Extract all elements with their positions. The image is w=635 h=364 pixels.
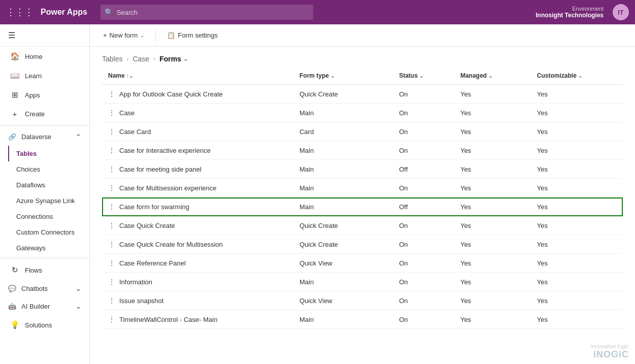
chatbots-icon: 💬 bbox=[8, 285, 16, 292]
managed-sort-icon: ⌄ bbox=[488, 73, 492, 79]
new-form-chevron-icon[interactable]: ⌄ bbox=[140, 32, 144, 38]
row-context-menu-icon[interactable]: ⋮ bbox=[108, 259, 115, 267]
new-form-label: New form bbox=[110, 31, 138, 39]
breadcrumb-tables[interactable]: Tables bbox=[102, 55, 122, 63]
cell-managed: Yes bbox=[454, 291, 531, 310]
sidebar-item-gateways[interactable]: Gateways bbox=[8, 240, 89, 256]
cell-form-type: Quick Create bbox=[293, 216, 393, 235]
forms-chevron-icon[interactable]: ⌄ bbox=[183, 56, 188, 62]
cell-form-type: Main bbox=[293, 197, 393, 216]
sidebar-item-connections[interactable]: Connections bbox=[8, 209, 89, 224]
cell-customizable: Yes bbox=[531, 254, 623, 273]
ai-builder-icon: 🤖 bbox=[8, 303, 16, 310]
sidebar-item-solutions[interactable]: 💡 Solutions bbox=[0, 315, 89, 335]
search-input[interactable] bbox=[101, 5, 313, 20]
cell-customizable: Yes bbox=[531, 104, 623, 122]
form-settings-button[interactable]: 📋 Form settings bbox=[162, 29, 223, 42]
new-form-button[interactable]: + New form ⌄ bbox=[98, 29, 149, 42]
dataverse-icon: 🔗 bbox=[8, 133, 16, 141]
sidebar-item-choices[interactable]: Choices bbox=[8, 161, 89, 177]
topbar: ⋮⋮⋮ Power Apps 🔍 Environment Innosight T… bbox=[0, 0, 635, 24]
table-row[interactable]: ⋮Case Quick CreateQuick CreateOnYesYes bbox=[102, 216, 623, 235]
row-context-menu-icon[interactable]: ⋮ bbox=[108, 109, 115, 117]
form-name-text: App for Outlook Case Quick Create bbox=[119, 90, 223, 98]
cell-form-type: Main bbox=[293, 179, 393, 197]
name-sort-filter-icon: ⌄ bbox=[129, 73, 133, 79]
col-header-name[interactable]: Name ↑⌄ bbox=[102, 67, 293, 85]
row-context-menu-icon[interactable]: ⋮ bbox=[108, 221, 115, 229]
cell-name: ⋮Case bbox=[102, 104, 293, 122]
sidebar-label-azure-synapse: Azure Synapse Link bbox=[16, 197, 75, 205]
cell-status: On bbox=[393, 85, 454, 104]
table-row[interactable]: ⋮Issue snapshotQuick ViewOnYesYes bbox=[102, 291, 623, 310]
cell-customizable: Yes bbox=[531, 141, 623, 160]
cell-form-type: Main bbox=[293, 160, 393, 179]
sidebar-item-create[interactable]: + Create bbox=[0, 105, 89, 123]
search-icon: 🔍 bbox=[105, 8, 113, 16]
cell-form-type: Quick Create bbox=[293, 85, 393, 104]
col-header-customizable[interactable]: Customizable ⌄ bbox=[531, 67, 623, 85]
sidebar-item-ai-builder[interactable]: 🤖 AI Builder ⌄ bbox=[0, 297, 89, 315]
table-row[interactable]: ⋮Case for Multisession experienceMainOnY… bbox=[102, 179, 623, 197]
row-context-menu-icon[interactable]: ⋮ bbox=[108, 146, 115, 154]
apps-icon: ⊞ bbox=[10, 90, 20, 100]
row-context-menu-icon[interactable]: ⋮ bbox=[108, 127, 115, 136]
row-context-menu-icon[interactable]: ⋮ bbox=[108, 315, 115, 323]
table-row[interactable]: ⋮CaseMainOnYesYes bbox=[102, 104, 623, 122]
cell-managed: Yes bbox=[454, 179, 531, 197]
table-row[interactable]: ⋮App for Outlook Case Quick CreateQuick … bbox=[102, 85, 623, 104]
sidebar-item-tables[interactable]: Tables bbox=[8, 146, 89, 161]
row-context-menu-icon[interactable]: ⋮ bbox=[108, 184, 115, 192]
cell-customizable: Yes bbox=[531, 216, 623, 235]
form-name-text: Case bbox=[119, 109, 135, 117]
flows-icon: ↻ bbox=[10, 266, 20, 275]
table-row[interactable]: ⋮Case Reference PanelQuick ViewOnYesYes bbox=[102, 254, 623, 273]
table-row[interactable]: ⋮Case for meeting side panelMainOffYesYe… bbox=[102, 160, 623, 179]
table-row[interactable]: ⋮InformationMainOnYesYes bbox=[102, 273, 623, 291]
cell-status: On bbox=[393, 254, 454, 273]
sidebar-item-azure-synapse[interactable]: Azure Synapse Link bbox=[8, 193, 89, 209]
sidebar-collapse-button[interactable]: ☰ bbox=[0, 24, 89, 47]
col-header-form-type[interactable]: Form type ⌄ bbox=[293, 67, 393, 85]
sidebar-item-flows[interactable]: ↻ Flows bbox=[0, 260, 89, 280]
sidebar-label-ai-builder: AI Builder bbox=[21, 303, 50, 310]
sidebar-item-custom-connectors[interactable]: Custom Connectors bbox=[8, 224, 89, 240]
row-context-menu-icon[interactable]: ⋮ bbox=[108, 165, 115, 173]
sidebar-item-apps[interactable]: ⊞ Apps bbox=[0, 85, 89, 105]
breadcrumb-case[interactable]: Case bbox=[132, 55, 149, 63]
row-context-menu-icon[interactable]: ⋮ bbox=[108, 240, 115, 248]
waffle-menu-icon[interactable]: ⋮⋮⋮ bbox=[6, 7, 34, 18]
row-context-menu-icon[interactable]: ⋮ bbox=[108, 278, 115, 286]
row-context-menu-icon[interactable]: ⋮ bbox=[108, 203, 115, 211]
forms-table: Name ↑⌄ Form type ⌄ Status ⌄ Managed ⌄ C bbox=[102, 67, 623, 329]
brand-label: Power Apps bbox=[41, 8, 87, 17]
cell-status: On bbox=[393, 310, 454, 329]
search-container: 🔍 bbox=[101, 5, 313, 20]
sidebar-item-dataflows[interactable]: Dataflows bbox=[8, 177, 89, 193]
user-avatar[interactable]: IT bbox=[613, 4, 629, 20]
sidebar-item-dataverse[interactable]: 🔗 Dataverse ⌃ bbox=[0, 128, 89, 146]
breadcrumb-forms: Forms ⌄ bbox=[159, 55, 188, 63]
sidebar-item-home[interactable]: 🏠 Home bbox=[0, 47, 89, 66]
table-row[interactable]: ⋮Case CardCardOnYesYes bbox=[102, 122, 623, 141]
row-context-menu-icon[interactable]: ⋮ bbox=[108, 90, 115, 98]
cell-name: ⋮Case Quick Create bbox=[102, 216, 293, 235]
table-row[interactable]: ⋮Case form for swarmingMainOffYesYes bbox=[102, 197, 623, 216]
form-name-text: TimelineWallControl - Case- Main bbox=[119, 316, 217, 323]
form-name-text: Case Reference Panel bbox=[119, 259, 186, 267]
table-row[interactable]: ⋮Case for Interactive experienceMainOnYe… bbox=[102, 141, 623, 160]
sidebar-item-learn[interactable]: 📖 Learn bbox=[0, 66, 89, 85]
col-header-status[interactable]: Status ⌄ bbox=[393, 67, 454, 85]
row-context-menu-icon[interactable]: ⋮ bbox=[108, 296, 115, 305]
table-row[interactable]: ⋮Case Quick Create for MultisessionQuick… bbox=[102, 235, 623, 254]
sidebar-item-chatbots[interactable]: 💬 Chatbots ⌄ bbox=[0, 280, 89, 297]
home-icon: 🏠 bbox=[10, 52, 20, 61]
cell-customizable: Yes bbox=[531, 197, 623, 216]
cell-status: On bbox=[393, 273, 454, 291]
sidebar-label-connections: Connections bbox=[16, 213, 53, 220]
cell-customizable: Yes bbox=[531, 273, 623, 291]
table-row[interactable]: ⋮TimelineWallControl - Case- MainMainOnY… bbox=[102, 310, 623, 329]
col-header-managed[interactable]: Managed ⌄ bbox=[454, 67, 531, 85]
cell-form-type: Main bbox=[293, 141, 393, 160]
cell-customizable: Yes bbox=[531, 291, 623, 310]
